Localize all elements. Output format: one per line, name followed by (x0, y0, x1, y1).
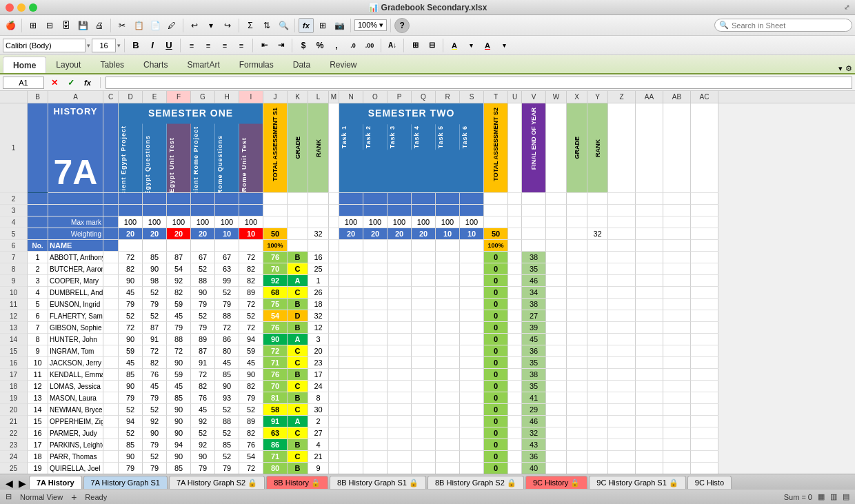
cell-p23[interactable] (388, 439, 412, 451)
cell-a21-name[interactable]: OPPERHEIM, Ziggy (48, 416, 103, 427)
cell-a7-name[interactable]: ABBOTT, Anthony (48, 252, 103, 263)
filter-icon[interactable]: 🔍 (276, 18, 291, 33)
cell-o19[interactable] (363, 392, 388, 404)
cell-k19-grade[interactable]: B (288, 392, 308, 404)
cell-j20-total[interactable]: 58 (263, 404, 288, 416)
cell-f23[interactable]: 94 (167, 439, 191, 451)
cell-v9-final[interactable]: 46 (522, 275, 546, 287)
row-number-23[interactable]: 23 (0, 439, 28, 451)
cell-f15[interactable]: 72 (167, 345, 191, 357)
cell-i25[interactable]: 72 (239, 463, 263, 474)
comma-button[interactable]: , (329, 38, 344, 53)
align-center-button[interactable]: ≡ (201, 38, 216, 53)
camera-icon[interactable]: 📷 (332, 18, 347, 33)
cell-j13-total[interactable]: 76 (263, 322, 288, 334)
row-number-9[interactable]: 9 (0, 275, 28, 287)
cell-a15-name[interactable]: INGRAM, Tom (48, 345, 103, 357)
col-header-k[interactable]: K (288, 91, 308, 103)
cell-b23-no[interactable]: 17 (28, 439, 48, 451)
cell-b12-no[interactable]: 6 (28, 310, 48, 322)
tab-data[interactable]: Data (283, 57, 320, 73)
cell-r24[interactable] (436, 451, 460, 463)
cell-t15-total2[interactable]: 0 (484, 345, 508, 357)
maximize-button[interactable] (29, 3, 37, 12)
ribbon-settings-icon[interactable]: ⚙ (845, 64, 852, 73)
cell-n25[interactable] (339, 463, 363, 474)
cell-a22-name[interactable]: PARMER, Judy (48, 427, 103, 439)
cell-o21[interactable] (363, 416, 388, 427)
sheet-tab-8b-graph-s2[interactable]: 8B History Graph S2 🔒 (428, 476, 524, 489)
cell-r15[interactable] (436, 345, 460, 357)
cell-a20-name[interactable]: NEWMAN, Bryce (48, 404, 103, 416)
cell-r18[interactable] (436, 381, 460, 392)
cell-l10-rank[interactable]: 26 (308, 287, 329, 299)
cell-g24[interactable]: 90 (191, 451, 215, 463)
cell-j6-total[interactable]: 100% (263, 240, 288, 252)
row-number-1[interactable]: 1 (0, 103, 28, 193)
cell-y5[interactable]: 32 (587, 228, 608, 240)
cell-t13-total2[interactable]: 0 (484, 322, 508, 334)
cell-r22[interactable] (436, 427, 460, 439)
row-number-11[interactable]: 11 (0, 299, 28, 310)
cell-g21[interactable]: 92 (191, 416, 215, 427)
cell-b7-no[interactable]: 1 (28, 252, 48, 263)
cell-g8[interactable]: 52 (191, 263, 215, 275)
cell-b19-no[interactable]: 13 (28, 392, 48, 404)
cell-e16[interactable]: 82 (143, 357, 167, 369)
cell-l11-rank[interactable]: 18 (308, 299, 329, 310)
cell-d11[interactable]: 79 (119, 299, 143, 310)
cell-t12-total2[interactable]: 0 (484, 310, 508, 322)
cell-e14[interactable]: 91 (143, 334, 167, 345)
cell-g14[interactable]: 89 (191, 334, 215, 345)
cell-j16-total[interactable]: 71 (263, 357, 288, 369)
row-number-15[interactable]: 15 (0, 345, 28, 357)
font-family-dropdown[interactable]: ▾ (87, 42, 90, 49)
cell-j23-total[interactable]: 86 (263, 439, 288, 451)
cell-d19[interactable]: 79 (119, 392, 143, 404)
cell-p25[interactable] (388, 463, 412, 474)
cell-p24[interactable] (388, 451, 412, 463)
cell-e19[interactable]: 79 (143, 392, 167, 404)
cell-f9[interactable]: 92 (167, 275, 191, 287)
col-header-y[interactable]: Y (587, 91, 608, 103)
cell-s18[interactable] (460, 381, 484, 392)
cell-k25-grade[interactable]: B (288, 463, 308, 474)
cell-o18[interactable] (363, 381, 388, 392)
cell-n19[interactable] (339, 392, 363, 404)
cell-r12[interactable] (436, 310, 460, 322)
cell-g23[interactable]: 92 (191, 439, 215, 451)
cell-b22-no[interactable]: 16 (28, 427, 48, 439)
row-number-13[interactable]: 13 (0, 322, 28, 334)
cell-k13-grade[interactable]: B (288, 322, 308, 334)
cell-l20-rank[interactable]: 30 (308, 404, 329, 416)
cell-i22[interactable]: 82 (239, 427, 263, 439)
cell-v15-final[interactable]: 36 (522, 345, 546, 357)
search-input[interactable] (732, 21, 847, 30)
font-size-input[interactable] (92, 39, 116, 52)
paste-icon[interactable]: 📄 (148, 18, 163, 33)
cell-a23-name[interactable]: PARKINS, Leighton (48, 439, 103, 451)
cell-l17-rank[interactable]: 17 (308, 369, 329, 381)
cell-n14[interactable] (339, 334, 363, 345)
cell-o25[interactable] (363, 463, 388, 474)
undo-dropdown[interactable]: ▾ (203, 18, 219, 33)
cell-l22-rank[interactable]: 27 (308, 427, 329, 439)
cell-o20[interactable] (363, 404, 388, 416)
col-header-i[interactable]: I (239, 91, 263, 103)
cell-a24-name[interactable]: PARR, Thomas (48, 451, 103, 463)
cell-j15-total[interactable]: 72 (263, 345, 288, 357)
cell-p16[interactable] (388, 357, 412, 369)
cell-v11-final[interactable]: 38 (522, 299, 546, 310)
cell-k24-grade[interactable]: C (288, 451, 308, 463)
cell-b25-no[interactable]: 19 (28, 463, 48, 474)
cell-f11[interactable]: 59 (167, 299, 191, 310)
cell-a18-name[interactable]: LOMAS, Jessica (48, 381, 103, 392)
cell-q9[interactable] (412, 275, 436, 287)
cell-j7-total[interactable]: 76 (263, 252, 288, 263)
col-header-p[interactable]: P (388, 91, 412, 103)
cell-i21[interactable]: 89 (239, 416, 263, 427)
cell-f12[interactable]: 45 (167, 310, 191, 322)
sheet-tab-9c-graph-s1[interactable]: 9C History Graph S1 🔒 (589, 476, 686, 489)
cell-q16[interactable] (412, 357, 436, 369)
view-layout-icon[interactable]: ▥ (830, 492, 837, 501)
